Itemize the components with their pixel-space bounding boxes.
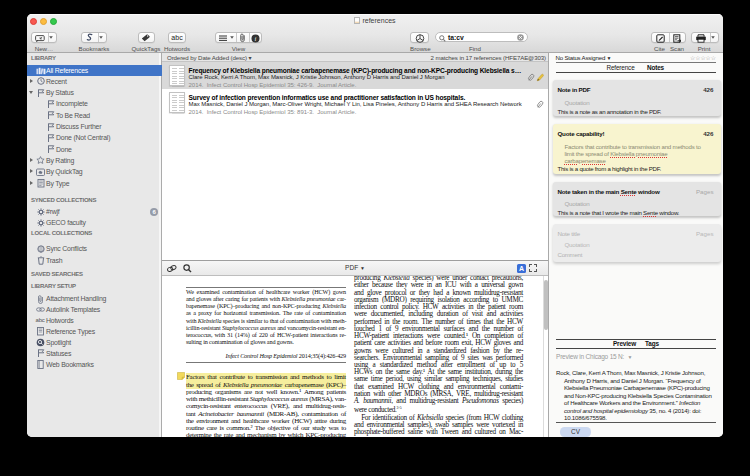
svg-text:i: i <box>255 34 257 41</box>
